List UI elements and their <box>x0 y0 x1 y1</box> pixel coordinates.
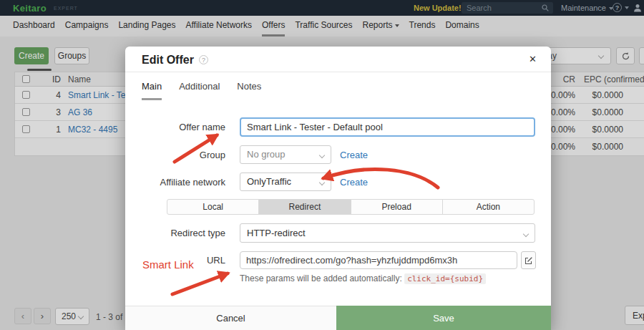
cancel-button[interactable]: Cancel <box>125 306 336 330</box>
chevron-down-icon <box>319 152 325 158</box>
tab-notes[interactable]: Notes <box>237 81 261 100</box>
tab-main[interactable]: Main <box>142 81 162 100</box>
affiliate-network-select[interactable]: OnlyTraffic <box>240 173 331 191</box>
redirect-type-select[interactable]: HTTP-redirect <box>240 223 535 243</box>
close-icon[interactable]: ✕ <box>529 54 537 64</box>
modal-footer: Cancel Save <box>125 306 551 330</box>
mode-tab-local[interactable]: Local <box>167 200 259 214</box>
create-affiliate-network-link[interactable]: Create <box>340 177 368 188</box>
mode-tab-action[interactable]: Action <box>443 200 534 214</box>
save-button[interactable]: Save <box>336 306 551 330</box>
offer-url-input[interactable] <box>240 251 517 269</box>
offer-name-input[interactable] <box>240 117 535 137</box>
affiliate-network-label: Affiliate network <box>125 177 225 188</box>
url-label: URL <box>125 255 225 266</box>
edit-offer-modal: Edit Offer? ✕ Main Additional Notes Offe… <box>125 47 551 330</box>
edit-url-button[interactable] <box>521 251 536 269</box>
redirect-type-label: Redirect type <box>125 228 225 238</box>
create-group-link[interactable]: Create <box>340 150 368 160</box>
params-code: click_id={subid} <box>404 273 486 284</box>
offer-mode-tabs: Local Redirect Preload Action <box>167 199 535 215</box>
modal-tabs: Main Additional Notes <box>142 81 261 100</box>
chevron-down-icon <box>319 180 325 185</box>
modal-header: Edit Offer? ✕ <box>125 47 551 72</box>
offer-name-label: Offer name <box>125 122 225 132</box>
help-icon[interactable]: ? <box>199 55 208 64</box>
group-select[interactable]: No group <box>240 145 331 164</box>
chevron-down-icon <box>523 231 529 237</box>
edit-icon <box>525 256 533 265</box>
group-label: Group <box>125 150 225 160</box>
tab-additional[interactable]: Additional <box>179 81 220 100</box>
mode-tab-preload[interactable]: Preload <box>351 200 443 214</box>
mode-tab-redirect[interactable]: Redirect <box>259 200 351 214</box>
params-note: These params will be added automatically… <box>240 273 486 283</box>
modal-title: Edit Offer? <box>142 54 208 67</box>
